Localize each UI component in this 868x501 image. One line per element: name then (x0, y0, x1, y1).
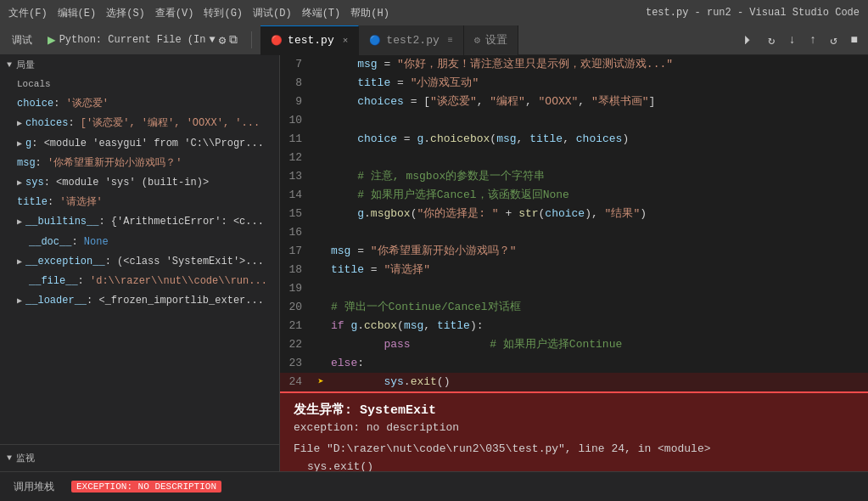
code-line-8: 8 title = "小游戏互动" (280, 74, 868, 93)
split-icon2: ≡ (448, 36, 453, 45)
local-exception[interactable]: ▶__exception__: (<class 'SystemExit'>... (3, 252, 276, 272)
step-into-icon[interactable]: ↓ (785, 31, 798, 48)
local-loader[interactable]: ▶__loader__: <_frozen_importlib_exter... (3, 291, 276, 311)
dropdown-icon: ▼ (209, 34, 215, 46)
title-bar: 文件(F) 编辑(E) 选择(S) 查看(V) 转到(G) 调试(D) 终端(T… (0, 0, 868, 25)
window-title: test.py - run2 - Visual Studio Code (646, 7, 860, 19)
stop-icon[interactable]: ■ (848, 31, 861, 48)
watch-section-header[interactable]: ▼ 监视 (0, 448, 279, 468)
watch-arrow: ▼ (7, 453, 13, 463)
code-line-14: 14 # 如果用户选择Cancel，该函数返回None (280, 186, 868, 205)
menu-view[interactable]: 查看(V) (155, 6, 194, 20)
locals-section: Locals choice: '谈恋爱' ▶choices: ['谈恋爱', '… (0, 75, 279, 444)
code-line-12: 12 (280, 149, 868, 167)
code-line-22: 22 pass # 如果用户选择Continue (280, 335, 868, 354)
locals-header-item: Locals (3, 75, 276, 94)
bottom-bar: 调用堆栈 EXCEPTION: NO DESCRIPTION (0, 471, 868, 501)
menu-terminal[interactable]: 终端(T) (302, 6, 341, 20)
python-file-icon2: 🔵 (369, 35, 381, 46)
traceback-line2: sys.exit() (294, 459, 854, 471)
exception-title: 发生异常: SystemExit (294, 402, 854, 418)
code-view[interactable]: 7 msg = "你好，朋友！请注意这里只是示例，欢迎测试游戏..." 8 ti… (280, 55, 868, 471)
editor-tabs: 🔴 test.py × 🔵 test2.py ≡ ⚙ 设置 (260, 25, 518, 55)
exception-badge: EXCEPTION: NO DESCRIPTION (71, 481, 221, 493)
main-layout: 调试 ▶ Python: Current File (In ▼ ⚙ ⧉ 🔴 te… (0, 25, 868, 501)
restart-icon[interactable]: ↺ (826, 31, 840, 49)
code-line-18: 18 title = "请选择" (280, 261, 868, 279)
toolbar-separator (251, 31, 252, 48)
gear-icon[interactable]: ⚙ (219, 33, 226, 48)
debug-controls: ⏵ ↻ ↓ ↑ ↺ ■ (739, 31, 861, 49)
code-line-19: 19 (280, 279, 868, 298)
code-line-23: 23 else: (280, 354, 868, 373)
local-sys[interactable]: ▶sys: <module 'sys' (built-in)> (3, 173, 276, 193)
continue-icon[interactable]: ⏵ (739, 31, 758, 48)
locals-arrow: ▼ (7, 60, 13, 70)
code-line-7: 7 msg = "你好，朋友！请注意这里只是示例，欢迎测试游戏..." (280, 55, 868, 74)
code-line-20: 20 # 弹出一个Continue/Cancel对话框 (280, 298, 868, 317)
tab-settings[interactable]: ⚙ 设置 (464, 25, 518, 55)
settings-icon: ⚙ (474, 34, 480, 47)
run-config[interactable]: ▶ Python: Current File (In ▼ ⚙ ⧉ (42, 30, 243, 50)
content-area: ▼ 局量 Locals choice: '谈恋爱' ▶choices: ['谈恋… (0, 55, 868, 471)
code-line-13: 13 # 注意, msgbox的参数是一个字符串 (280, 167, 868, 186)
code-line-16: 16 (280, 223, 868, 242)
code-line-15: 15 g.msgbox("你的选择是: " + str(choice), "结果… (280, 205, 868, 223)
local-title[interactable]: title: '请选择' (3, 193, 276, 212)
code-line-9: 9 choices = ["谈恋爱", "编程", "OOXX", "琴棋书画"… (280, 93, 868, 111)
menu-bar[interactable]: 文件(F) 编辑(E) 选择(S) 查看(V) 转到(G) 调试(D) 终端(T… (8, 6, 389, 20)
exception-subtitle: exception: no description (294, 421, 854, 434)
call-stack-tab[interactable]: 调用堆栈 (7, 476, 61, 498)
local-g[interactable]: ▶g: <module 'easygui' from 'C:\\Progr... (3, 134, 276, 154)
local-choice[interactable]: choice: '谈恋爱' (3, 94, 276, 114)
local-choices[interactable]: ▶choices: ['谈恋爱', '编程', 'OOXX', '... (3, 114, 276, 133)
debug-label: 调试 (7, 31, 37, 49)
tab-test-py[interactable]: 🔴 test.py × (260, 25, 359, 55)
step-out-icon[interactable]: ↑ (806, 31, 820, 48)
menu-select[interactable]: 选择(S) (106, 6, 145, 20)
watch-section: ▼ 监视 (0, 444, 279, 471)
menu-help[interactable]: 帮助(H) (350, 6, 389, 20)
split-icon[interactable]: ⧉ (229, 33, 238, 47)
code-line-11: 11 choice = g.choicebox(msg, title, choi… (280, 130, 868, 149)
step-over-icon[interactable]: ↻ (764, 31, 778, 49)
code-line-24: 24 ➤ sys.exit() (280, 373, 868, 391)
code-line-17: 17 msg = "你希望重新开始小游戏吗？" (280, 242, 868, 261)
toolbar: 调试 ▶ Python: Current File (In ▼ ⚙ ⧉ 🔴 te… (0, 25, 868, 55)
python-file-icon: 🔴 (271, 35, 283, 46)
debug-sidebar: ▼ 局量 Locals choice: '谈恋爱' ▶choices: ['谈恋… (0, 55, 280, 471)
local-msg[interactable]: msg: '你希望重新开始小游戏吗？' (3, 154, 276, 173)
locals-section-header[interactable]: ▼ 局量 (0, 55, 279, 75)
local-builtins[interactable]: ▶__builtins__: {'ArithmeticError': <c... (3, 212, 276, 232)
menu-debug[interactable]: 调试(D) (253, 6, 292, 20)
exception-traceback: File "D:\razer\nut\code\run2\035\test.py… (294, 441, 854, 471)
code-lines: 7 msg = "你好，朋友！请注意这里只是示例，欢迎测试游戏..." 8 ti… (280, 55, 868, 471)
editor-area: 7 msg = "你好，朋友！请注意这里只是示例，欢迎测试游戏..." 8 ti… (280, 55, 868, 471)
local-doc[interactable]: __doc__: None (3, 233, 276, 252)
tab-test2-py[interactable]: 🔵 test2.py ≡ (359, 25, 463, 55)
code-line-10: 10 (280, 111, 868, 130)
play-icon: ▶ (48, 31, 56, 48)
tab-close-test[interactable]: × (343, 36, 349, 46)
menu-edit[interactable]: 编辑(E) (58, 6, 97, 20)
local-file[interactable]: __file__: 'd:\\razer\\nut\\code\\run... (3, 272, 276, 291)
code-line-21: 21 if g.ccbox(msg, title): (280, 317, 868, 335)
traceback-line1: File "D:\razer\nut\code\run2\035\test.py… (294, 441, 854, 459)
menu-file[interactable]: 文件(F) (8, 6, 48, 20)
exception-panel: 发生异常: SystemExit exception: no descripti… (280, 391, 868, 471)
menu-goto[interactable]: 转到(G) (204, 6, 243, 20)
